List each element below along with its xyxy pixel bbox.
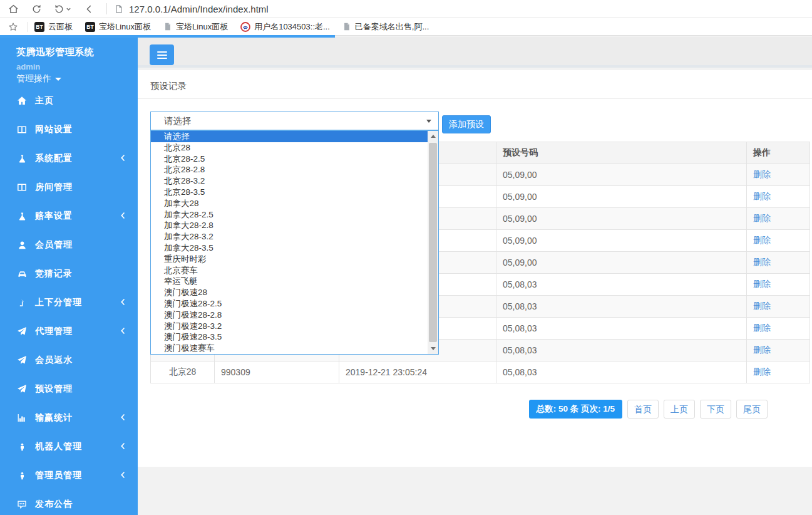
scrollbar-down-arrow[interactable]	[428, 343, 438, 354]
columns-icon	[16, 125, 28, 135]
sidebar: 英腾迅彩管理系统 admin 管理操作 主页 网站设置 系统配置 房间管理	[0, 36, 138, 515]
bookmark-item[interactable]: BT 宝塔Linux面板	[85, 21, 151, 33]
delete-link[interactable]: 删除	[753, 235, 771, 245]
dropdown-options: 请选择 北京28 北京28-2.5 北京28-2.8 北京28-3.2 北京28…	[151, 131, 428, 354]
sidebar-item-publish-announcement[interactable]: 发布公告	[0, 490, 138, 515]
game-select[interactable]: 请选择	[150, 112, 439, 130]
bookmark-item[interactable]: 宝塔Linux面板	[163, 21, 228, 33]
flask-icon	[16, 211, 28, 221]
chevron-left-icon	[119, 471, 126, 482]
scrollbar-up-arrow[interactable]	[428, 131, 438, 142]
level-up-icon	[16, 298, 28, 308]
last-page-button[interactable]: 尾页	[736, 400, 768, 419]
prev-page-button[interactable]: 上页	[664, 400, 695, 419]
page-load-progress-bar	[0, 35, 335, 38]
dropdown-option[interactable]: 澳门极速28-2.5	[151, 298, 428, 310]
delete-link[interactable]: 删除	[753, 367, 771, 377]
page-title: 预设记录	[150, 80, 187, 92]
dropdown-option[interactable]: 北京28-2.8	[151, 164, 428, 175]
bookmarks-bar: BT 云面板 BT 宝塔Linux面板 宝塔Linux面板 用户名1034503…	[0, 18, 812, 36]
screen: 127.0.0.1/Admin/Index/index.html BT 云面板 …	[0, 0, 812, 515]
dropdown-option[interactable]: 北京28-3.5	[151, 187, 428, 198]
paper-plane-icon	[16, 384, 28, 394]
sidebar-item-win-loss-stats[interactable]: 输赢统计	[0, 403, 138, 432]
bookmark-item[interactable]: BT 云面板	[34, 21, 73, 33]
dropdown-option[interactable]: 加拿大28-3.2	[151, 231, 428, 242]
add-preset-button[interactable]: 添加预设	[442, 115, 491, 133]
dropdown-option[interactable]: 澳门极速28-3.5	[151, 331, 428, 343]
dropdown-option[interactable]: 北京28-3.2	[151, 175, 428, 187]
bar-chart-icon	[16, 413, 28, 423]
person-icon	[16, 442, 28, 452]
sidebar-item-site-settings[interactable]: 网站设置	[0, 115, 138, 144]
topbar	[138, 36, 812, 68]
title-divider	[138, 98, 812, 99]
home-button-icon[interactable]	[6, 2, 20, 16]
delete-link[interactable]: 删除	[753, 257, 771, 267]
page-icon	[342, 22, 351, 31]
delete-link[interactable]: 删除	[753, 301, 771, 311]
dropdown-option[interactable]: 请选择	[151, 131, 428, 142]
sidebar-item-system-config[interactable]: 系统配置	[0, 144, 138, 173]
sidebar-item-admin-management[interactable]: 管理员管理	[0, 461, 138, 490]
sidebar-item-points-management[interactable]: 上下分管理	[0, 288, 138, 317]
delete-link[interactable]: 删除	[753, 345, 771, 355]
dropdown-scrollbar[interactable]	[428, 131, 438, 354]
bookmark-item[interactable]: 已备案域名出售,阿...	[342, 21, 429, 33]
main-area: 预设记录 请选择 添加预设 预设号码 操作	[138, 36, 812, 515]
table-row: 北京28 990309 2019-12-21 23:05:24 05,08,03…	[151, 362, 810, 383]
dropdown-option[interactable]: 澳门极速28-3.2	[151, 321, 428, 332]
sidebar-toggle-button[interactable]	[150, 44, 174, 65]
chevron-left-icon	[119, 298, 126, 309]
browser-toolbar: 127.0.0.1/Admin/Index/index.html	[0, 0, 812, 18]
pagination-summary-badge: 总数: 50 条 页次: 1/5	[529, 400, 622, 419]
username: admin	[16, 62, 40, 71]
col-header-preset-number: 预设号码	[496, 142, 747, 164]
star-icon[interactable]	[6, 20, 20, 34]
url-text[interactable]: 127.0.0.1/Admin/Index/index.html	[129, 4, 269, 14]
game-select-dropdown: 请选择 北京28 北京28-2.5 北京28-2.8 北京28-3.2 北京28…	[150, 130, 439, 355]
delete-link[interactable]: 删除	[753, 169, 771, 179]
sidebar-item-home[interactable]: 主页	[0, 86, 138, 115]
address-bar[interactable]: 127.0.0.1/Admin/Index/index.html	[115, 4, 269, 14]
scrollbar-thumb[interactable]	[429, 143, 437, 342]
sidebar-item-member-rebate[interactable]: 会员返水	[0, 346, 138, 375]
dropdown-option[interactable]: 加拿大28-3.5	[151, 242, 428, 254]
sidebar-item-guess-records[interactable]: 竞猜记录	[0, 259, 138, 288]
dropdown-option[interactable]: 澳门极速28	[151, 287, 428, 298]
dropdown-option[interactable]: 澳门极速赛车	[151, 343, 428, 354]
chevron-left-icon	[119, 153, 126, 165]
chevron-left-icon	[119, 413, 126, 424]
dropdown-option[interactable]: 北京28	[151, 142, 428, 153]
back-icon[interactable]	[82, 2, 96, 16]
sidebar-item-room-management[interactable]: 房间管理	[0, 173, 138, 202]
sidebar-item-member-management[interactable]: 会员管理	[0, 231, 138, 259]
dropdown-option[interactable]: 加拿大28-2.8	[151, 220, 428, 231]
bookmark-item[interactable]: 用户名1034503::老...	[240, 21, 330, 33]
delete-link[interactable]: 删除	[753, 191, 771, 201]
delete-link[interactable]: 删除	[753, 213, 771, 223]
sidebar-nav: 主页 网站设置 系统配置 房间管理 赔率设置 会员管理	[0, 86, 138, 515]
caret-down-icon	[55, 78, 61, 81]
sidebar-item-preset-management[interactable]: 预设管理	[0, 375, 138, 403]
delete-link[interactable]: 删除	[753, 279, 771, 289]
delete-link[interactable]: 删除	[753, 323, 771, 333]
sidebar-item-odds-settings[interactable]: 赔率设置	[0, 202, 138, 231]
person-icon	[16, 471, 28, 481]
undo-dropdown-icon[interactable]	[53, 2, 73, 16]
dropdown-option[interactable]: 重庆时时彩	[151, 254, 428, 265]
dropdown-option[interactable]: 加拿大28	[151, 198, 428, 209]
next-page-button[interactable]: 下页	[700, 400, 731, 419]
col-header-action: 操作	[747, 142, 810, 164]
first-page-button[interactable]: 首页	[627, 400, 659, 419]
admin-actions-toggle[interactable]: 管理操作	[16, 73, 61, 85]
sidebar-item-agent-management[interactable]: 代理管理	[0, 317, 138, 346]
dropdown-option[interactable]: 北京赛车	[151, 265, 428, 276]
reload-icon[interactable]	[29, 2, 43, 16]
dropdown-option[interactable]: 加拿大28-2.5	[151, 209, 428, 221]
dropdown-option[interactable]: 幸运飞艇	[151, 276, 428, 287]
dropdown-option[interactable]: 澳门极速28-2.8	[151, 310, 428, 321]
select-caret-icon	[426, 120, 431, 123]
sidebar-item-robot-management[interactable]: 机器人管理	[0, 432, 138, 461]
dropdown-option[interactable]: 北京28-2.5	[151, 153, 428, 165]
